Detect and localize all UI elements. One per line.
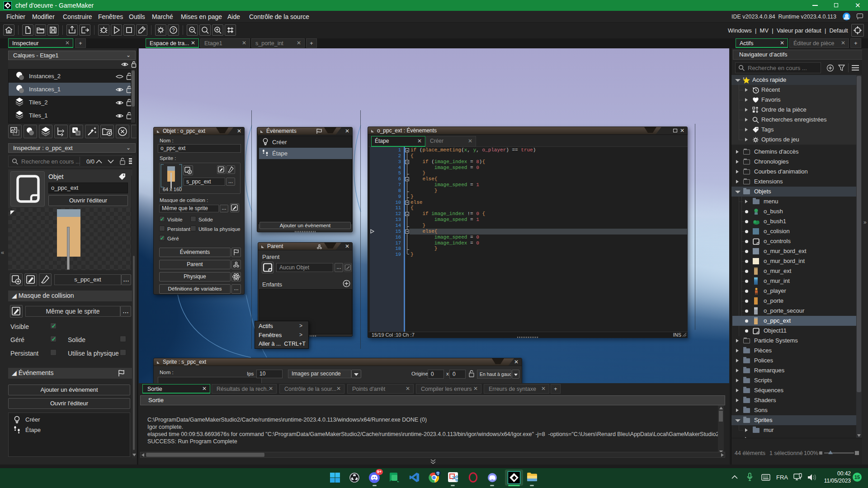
svg-text:?: ? bbox=[172, 28, 175, 33]
